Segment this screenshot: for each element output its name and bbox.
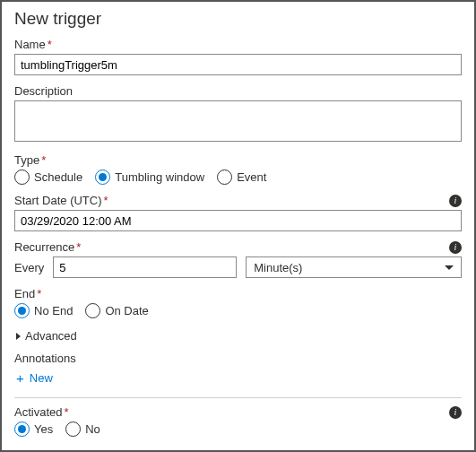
- type-label-text: Type: [14, 153, 39, 167]
- type-option-label: Event: [237, 170, 266, 184]
- description-field: Description: [14, 84, 462, 144]
- activated-field: Activated* i Yes No: [14, 405, 462, 437]
- activated-label: Activated*: [14, 405, 69, 419]
- type-option-event[interactable]: Event: [217, 170, 266, 185]
- radio-dot-icon: [18, 307, 26, 315]
- end-field: End* No End On Date: [14, 287, 462, 318]
- add-annotation-button[interactable]: + New: [14, 368, 55, 388]
- radio-icon: [65, 422, 81, 437]
- recurrence-unit-select[interactable]: Minute(s): [246, 256, 462, 278]
- name-input[interactable]: [14, 54, 462, 75]
- required-asterisk: *: [104, 194, 108, 207]
- every-label: Every: [14, 261, 44, 274]
- description-label: Description: [14, 84, 462, 98]
- recurrence-every-input[interactable]: [53, 256, 237, 278]
- description-input[interactable]: [14, 100, 462, 142]
- activated-radio-group: Yes No: [14, 422, 462, 437]
- activated-option-label: No: [85, 422, 100, 436]
- type-option-label: Schedule: [34, 170, 82, 184]
- info-icon[interactable]: i: [449, 195, 462, 207]
- name-label-text: Name: [14, 38, 46, 51]
- radio-icon: [85, 303, 100, 318]
- start-date-field: Start Date (UTC)* i: [14, 194, 462, 231]
- annotations-label: Annotations: [14, 352, 462, 365]
- start-date-label-text: Start Date (UTC): [14, 194, 102, 207]
- end-label: End*: [14, 287, 462, 300]
- required-asterisk: *: [37, 287, 41, 300]
- chevron-down-icon: [445, 265, 454, 270]
- radio-icon: [95, 170, 110, 185]
- divider: [14, 397, 462, 398]
- radio-icon: [14, 422, 30, 437]
- end-radio-group: No End On Date: [14, 303, 462, 318]
- radio-icon: [14, 170, 30, 185]
- type-field: Type* Schedule Tumbling window Event: [14, 153, 462, 185]
- required-asterisk: *: [64, 405, 68, 419]
- info-icon[interactable]: i: [449, 241, 462, 254]
- start-date-input[interactable]: [14, 210, 462, 231]
- type-label: Type*: [14, 153, 462, 167]
- recurrence-field: Recurrence* i Every Minute(s): [14, 240, 462, 278]
- required-asterisk: *: [41, 153, 46, 167]
- plus-icon: +: [16, 371, 24, 385]
- end-label-text: End: [14, 287, 35, 300]
- radio-dot-icon: [18, 425, 26, 433]
- radio-icon: [217, 170, 232, 185]
- type-option-label: Tumbling window: [115, 170, 204, 184]
- end-option-on-date[interactable]: On Date: [85, 303, 148, 318]
- end-option-label: No End: [34, 304, 73, 317]
- advanced-toggle[interactable]: Advanced: [14, 327, 77, 344]
- activated-option-yes[interactable]: Yes: [14, 422, 53, 437]
- chevron-right-icon: [16, 333, 21, 340]
- recurrence-label-text: Recurrence: [14, 240, 74, 254]
- info-icon[interactable]: i: [449, 406, 462, 419]
- end-option-label: On Date: [105, 304, 148, 317]
- panel-title: New trigger: [14, 9, 462, 29]
- advanced-label: Advanced: [25, 329, 77, 343]
- start-date-label: Start Date (UTC)*: [14, 194, 108, 207]
- activated-option-no[interactable]: No: [65, 422, 100, 437]
- required-asterisk: *: [76, 240, 81, 254]
- type-option-tumbling-window[interactable]: Tumbling window: [95, 170, 204, 185]
- required-asterisk: *: [48, 38, 52, 51]
- end-option-no-end[interactable]: No End: [14, 303, 73, 318]
- new-trigger-panel: New trigger Name* Description Type* Sche…: [0, 0, 476, 452]
- radio-icon: [14, 303, 30, 318]
- recurrence-unit-value: Minute(s): [254, 261, 302, 274]
- type-radio-group: Schedule Tumbling window Event: [14, 170, 462, 185]
- type-option-schedule[interactable]: Schedule: [14, 170, 82, 185]
- activated-label-text: Activated: [14, 405, 62, 419]
- name-field: Name*: [14, 38, 462, 75]
- radio-dot-icon: [99, 173, 107, 181]
- recurrence-label: Recurrence*: [14, 240, 81, 254]
- add-annotation-label: New: [30, 371, 53, 385]
- annotations-field: Annotations + New: [14, 352, 462, 388]
- activated-option-label: Yes: [34, 422, 53, 436]
- name-label: Name*: [14, 38, 462, 51]
